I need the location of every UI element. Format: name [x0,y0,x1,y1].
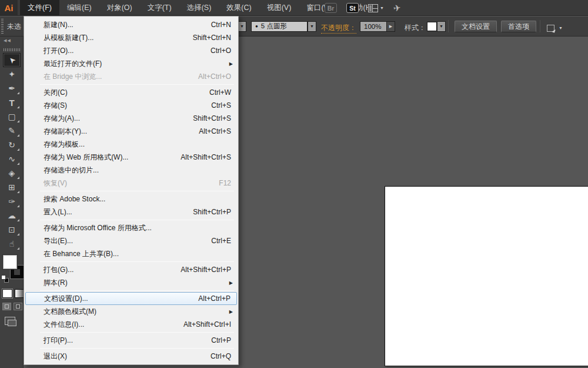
menubar-item[interactable]: 编辑(E) [59,0,99,15]
menu-item-label: 在 Behance 上共享(B)... [44,249,231,259]
file-menu-item[interactable]: 从模板新建(T)...Shift+Ctrl+N [24,31,238,44]
brush-preset-label: 5 点圆形 [261,22,287,31]
file-menu-item[interactable]: 存储为 Microsoft Office 所用格式... [24,221,238,234]
menu-item-label: 最近打开的文件(F) [44,59,231,69]
menu-item-shortcut: Ctrl+O [211,47,231,55]
artboard[interactable] [385,186,588,366]
menu-item-shortcut: Shift+Ctrl+P [193,208,231,216]
file-menu-item[interactable]: 存储(S)Ctrl+S [24,99,238,112]
perspective-grid-tool[interactable]: ⊞ [3,180,21,194]
opacity-input[interactable]: 100% [360,21,387,32]
file-menu-item[interactable]: 存储为(A)...Shift+Ctrl+S [24,112,238,125]
hand-tool[interactable]: ☝ [3,237,21,251]
file-menu-item[interactable]: 搜索 Adobe Stock... [24,193,238,205]
file-menu-item[interactable]: 打开(O)...Ctrl+O [24,44,238,57]
file-menu-item[interactable]: 打印(P)...Ctrl+P [24,334,238,347]
menu-item-label: 置入(L)... [44,207,181,217]
menu-item-shortcut: Ctrl+W [209,88,231,97]
file-menu-item: 恢复(V)F12 [24,177,238,190]
stock-icon[interactable]: St [346,3,359,13]
pen-tool[interactable]: ✒ [3,81,21,95]
fill-color-swatch[interactable] [3,255,17,269]
select-similar-control[interactable]: ▼ [547,22,563,34]
menubar-item[interactable]: 文字(T) [140,0,179,15]
file-menu: 新建(N)...Ctrl+N从模板新建(T)...Shift+Ctrl+N打开(… [24,16,239,365]
menubar-item[interactable]: 视图(V) [259,0,299,15]
tool-list: ➤✦✒T▢✎↻∿◈⊞✑☁⊡☝ [0,53,24,251]
menu-item-label: 退出(X) [44,352,199,362]
file-menu-item[interactable]: 存储副本(Y)...Alt+Ctrl+S [24,125,238,138]
tool-flyout-indicator [17,134,19,137]
menubar-item[interactable]: 选择(S) [179,0,219,15]
menu-item-label: 恢复(V) [44,178,207,188]
menu-item-label: 存储副本(Y)... [44,127,187,137]
brush-definition-select[interactable]: ● 5 点圆形 ▼ [251,21,316,32]
file-menu-item[interactable]: 在 Behance 上共享(B)... [24,247,238,260]
stroke-options-dropdown[interactable]: ▼ [238,21,246,32]
eyedropper-tool[interactable]: ✑ [3,194,21,208]
file-menu-item[interactable]: 最近打开的文件(F)▶ [24,57,238,70]
submenu-arrow-icon: ▶ [229,280,233,286]
file-menu-item[interactable]: 关闭(C)Ctrl+W [24,86,238,99]
symbol-sprayer-tool[interactable]: ☁ [3,208,21,223]
menu-item-label: 存储为(A)... [44,114,181,124]
tool-flyout-indicator [17,148,19,151]
tool-flyout-indicator [17,219,19,221]
file-menu-item[interactable]: 文件信息(I)...Alt+Shift+Ctrl+I [24,318,238,331]
menu-item-label: 搜索 Adobe Stock... [44,194,231,204]
default-fill-stroke-icon[interactable] [1,275,9,283]
menu-item-label: 存储为 Web 所用格式(W)... [44,152,169,163]
menubar-item[interactable]: 效果(C) [219,0,259,15]
collapse-panel-icon[interactable]: ◀◀ [4,38,11,43]
tool-flyout-indicator [17,205,19,207]
opacity-link[interactable]: 不透明度： [321,22,356,34]
color-mode-button[interactable] [2,289,12,298]
gpu-performance-icon[interactable]: ✈ [393,2,402,14]
width-tool[interactable]: ∿ [3,152,21,166]
workspace-switcher[interactable]: ▼ [368,4,384,12]
panel-grip-handle[interactable] [1,19,4,34]
style-label: 样式： [405,22,426,34]
document-setup-button[interactable]: 文档设置 [455,21,497,32]
file-menu-item[interactable]: 存储为模板... [24,138,238,151]
opacity-spinner-icon[interactable]: ▶ [387,21,395,32]
file-menu-item[interactable]: 脚本(R)▶ [24,276,238,289]
preferences-button[interactable]: 首选项 [501,21,536,32]
pencil-tool[interactable]: ✎ [3,124,21,138]
menu-item-shortcut: Alt+Ctrl+O [198,72,231,81]
perspective-grid-tool-icon: ⊞ [8,183,15,191]
draw-behind-mode-button[interactable] [14,303,22,310]
menu-item-label: 存储选中的切片... [44,165,231,175]
screen-mode-button[interactable] [5,317,15,325]
file-menu-item[interactable]: 文档颜色模式(M)▶ [24,305,238,318]
menubar-item[interactable]: 对象(O) [99,0,140,15]
magic-wand-tool[interactable]: ✦ [3,67,21,81]
file-menu-item[interactable]: 存储为 Web 所用格式(W)...Alt+Shift+Ctrl+S [24,151,238,164]
file-menu-item[interactable]: 导出(E)...Ctrl+E [24,234,238,247]
file-menu-item[interactable]: 文档设置(D)...Alt+Ctrl+P [25,292,237,305]
rotate-tool[interactable]: ↻ [3,138,21,152]
menubar-item[interactable]: 文件(F) [20,0,59,15]
menu-item-label: 存储为模板... [44,140,231,150]
file-menu-item[interactable]: 置入(L)...Shift+Ctrl+P [24,205,238,218]
type-tool[interactable]: T [3,95,21,110]
file-menu-item[interactable]: 新建(N)...Ctrl+N [24,18,238,31]
artboard-tool[interactable]: ⊡ [3,223,21,237]
tool-flyout-indicator [17,120,19,122]
menu-item-label: 新建(N)... [44,20,199,30]
shape-builder-tool[interactable]: ◈ [3,166,21,180]
file-menu-item[interactable]: 打包(G)...Alt+Shift+Ctrl+P [24,263,238,276]
chevron-down-icon: ▼ [308,21,316,32]
menu-item-shortcut: Ctrl+N [211,21,231,29]
menu-item-shortcut: Shift+Ctrl+S [193,114,231,122]
rectangle-tool[interactable]: ▢ [3,110,21,124]
draw-normal-mode-button[interactable] [2,303,11,310]
file-menu-item[interactable]: 存储选中的切片... [24,164,238,177]
menu-item-shortcut: Ctrl+Q [211,352,231,360]
style-select[interactable]: ▼ [427,21,446,32]
file-menu-item[interactable]: 退出(X)Ctrl+Q [24,350,238,363]
pencil-tool-icon: ✎ [8,127,15,135]
selection-tool[interactable]: ➤ [3,53,21,67]
bridge-icon[interactable]: Br [325,3,337,13]
panel-grip-handle[interactable] [4,48,20,51]
